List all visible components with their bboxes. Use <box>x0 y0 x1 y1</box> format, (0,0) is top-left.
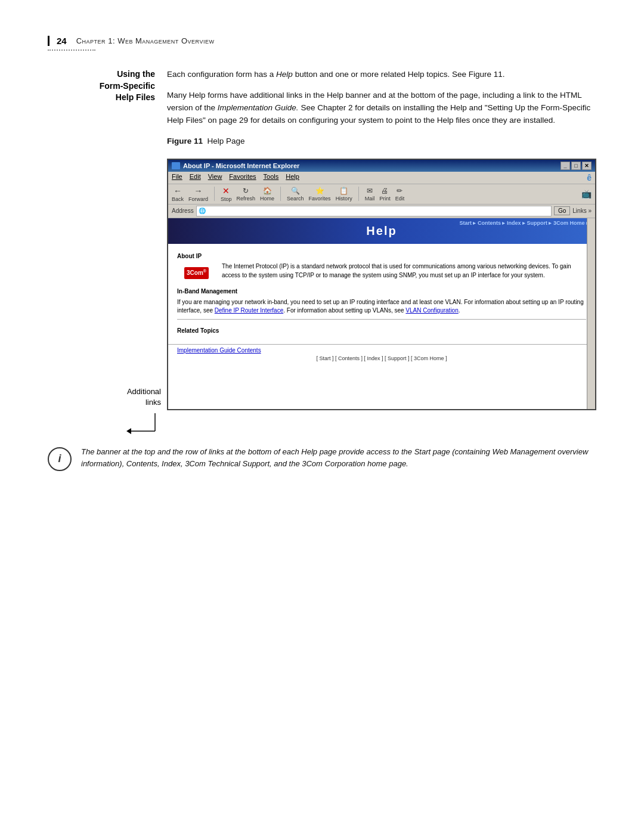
related-topics-heading: Related Topics <box>177 327 586 336</box>
help-banner-text: Help <box>366 224 397 237</box>
ie-toolbar: ← Back → Forward ✕ Stop ↻ Refresh 🏠 <box>168 184 595 205</box>
related-topics-section: Related Topics <box>177 319 586 336</box>
section-sidebar: Using the Form-Specific Help Files <box>48 69 167 153</box>
about-ip-text: The Internet Protocol (IP) is a standard… <box>177 262 586 280</box>
ie-title: About IP - Microsoft Internet Explorer <box>183 162 299 169</box>
menu-view[interactable]: View <box>208 173 222 182</box>
para1-italic: Help <box>276 70 293 79</box>
note-icon: i <box>48 447 72 471</box>
toolbar-favorites[interactable]: ⭐ Favorites <box>309 187 331 202</box>
menu-edit[interactable]: Edit <box>190 173 201 182</box>
additional-links-sidebar: Additional links <box>48 386 167 434</box>
ie-corner-icon: ê <box>587 173 592 182</box>
toolbar-sep2 <box>280 187 281 201</box>
page-header: 24 Chapter 1: Web Management Overview <box>48 36 596 46</box>
toolbar-edit[interactable]: ✏ Edit <box>395 187 405 202</box>
logo-3com: 3Com® <box>184 267 209 279</box>
screenshot-sidebar-left <box>48 159 167 410</box>
figure-label: Figure 11 Help Page <box>167 135 596 148</box>
toolbar-mail[interactable]: ✉ Mail <box>365 187 375 202</box>
menu-favorites[interactable]: Favorites <box>229 173 256 182</box>
inband-link2[interactable]: VLAN Configuration <box>405 307 458 314</box>
logo-registered: ® <box>203 269 206 273</box>
help-content: Start ▸ Contents ▸ Index ▸ Support ▸ 3Co… <box>168 218 595 409</box>
toolbar-tv-icon: 📺 <box>581 189 592 199</box>
ie-minimize-btn[interactable]: _ <box>561 162 570 170</box>
screenshot-wrapper: About IP - Microsoft Internet Explorer _… <box>48 159 596 410</box>
additional-links-label: Additional links <box>127 386 161 408</box>
menu-file[interactable]: File <box>172 173 182 182</box>
ie-maximize-btn[interactable]: □ <box>571 162 581 170</box>
toolbar-sep1 <box>214 187 215 201</box>
svg-marker-2 <box>126 428 131 434</box>
para2-italic: Implementation Guide. <box>218 103 299 112</box>
about-ip-heading: About IP <box>177 252 586 261</box>
help-bottom-links: Implementation Guide Contents [ Start ] … <box>168 344 595 364</box>
ie-titlebar-controls: _ □ ✕ <box>561 162 592 170</box>
bracket-arrow-svg <box>113 410 161 434</box>
inband-text: If you are managing your network in-band… <box>177 298 586 315</box>
address-field[interactable]: 🌐 <box>196 206 552 216</box>
toolbar-print[interactable]: 🖨 Print <box>379 187 391 202</box>
help-banner: Start ▸ Contents ▸ Index ▸ Support ▸ 3Co… <box>168 218 595 244</box>
toolbar-sep3 <box>358 187 359 201</box>
related-link[interactable]: Implementation Guide Contents <box>177 347 261 354</box>
links-button[interactable]: Links » <box>572 208 592 214</box>
go-button[interactable]: Go <box>554 206 570 215</box>
inband-heading: In-Band Management <box>177 287 586 296</box>
page-number: 24 <box>57 36 67 46</box>
para1: Each configuration form has a Help butto… <box>167 69 596 81</box>
help-body: About IP 3Com® The Internet Protocol (IP… <box>168 244 595 342</box>
address-label: Address <box>172 208 194 214</box>
note-box: i The banner at the top and the row of l… <box>48 446 596 471</box>
content-area: Using the Form-Specific Help Files Each … <box>48 69 596 153</box>
figure-title: Help Page <box>208 137 245 145</box>
toolbar-search[interactable]: 🔍 Search <box>287 187 304 202</box>
note-text: The banner at the top and the row of lin… <box>81 446 596 470</box>
ie-addressbar: Address 🌐 Go Links » <box>168 205 595 218</box>
toolbar-history[interactable]: 📋 History <box>336 187 352 202</box>
ie-menubar: File Edit View Favorites Tools Help ê <box>168 172 595 184</box>
page: 24 Chapter 1: Web Management Overview Us… <box>0 0 644 833</box>
help-logo-area: 3Com® <box>177 267 216 279</box>
menu-tools[interactable]: Tools <box>264 173 279 182</box>
figure-number: Figure 11 <box>167 137 203 145</box>
inband-link1[interactable]: Define IP Router Interface <box>215 307 283 314</box>
ie-scrollbar[interactable] <box>587 218 595 409</box>
para2: Many Help forms have additional links in… <box>167 89 596 127</box>
toolbar-back[interactable]: ← Back <box>172 186 184 202</box>
ie-titlebar: About IP - Microsoft Internet Explorer _… <box>168 160 595 172</box>
help-banner-nav: Start ▸ Contents ▸ Index ▸ Support ▸ 3Co… <box>459 220 589 226</box>
ie-titlebar-left: About IP - Microsoft Internet Explorer <box>172 162 299 169</box>
toolbar-home[interactable]: 🏠 Home <box>260 187 274 202</box>
ie-close-btn[interactable]: ✕ <box>582 162 592 170</box>
menu-help[interactable]: Help <box>286 173 299 182</box>
toolbar-refresh[interactable]: ↻ Refresh <box>237 187 256 202</box>
toolbar-stop[interactable]: ✕ Stop <box>221 186 232 202</box>
chapter-title: Chapter 1: Web Management Overview <box>76 36 215 45</box>
ie-icon <box>172 162 180 169</box>
ie-window: About IP - Microsoft Internet Explorer _… <box>167 159 596 410</box>
help-bottom-nav: [ Start ] [ Contents ] [ Index ] [ Suppo… <box>177 355 586 361</box>
main-text: Each configuration form has a Help butto… <box>167 69 596 153</box>
dotted-divider <box>48 49 95 51</box>
toolbar-forward[interactable]: → Forward <box>188 186 208 202</box>
section-label: Using the Form-Specific Help Files <box>48 69 161 104</box>
